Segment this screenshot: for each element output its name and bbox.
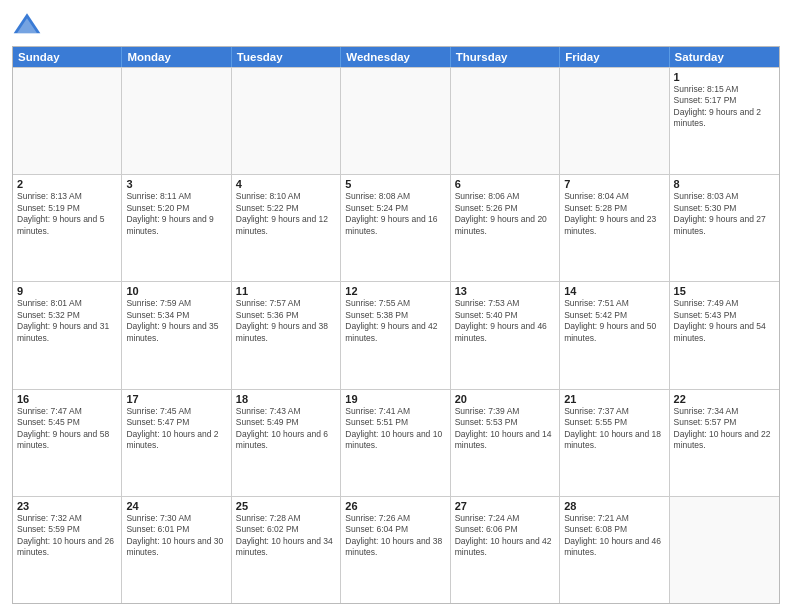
calendar-cell xyxy=(670,497,779,603)
day-number: 18 xyxy=(236,393,336,405)
calendar-cell: 19Sunrise: 7:41 AM Sunset: 5:51 PM Dayli… xyxy=(341,390,450,496)
day-number: 12 xyxy=(345,285,445,297)
day-number: 16 xyxy=(17,393,117,405)
calendar-cell: 27Sunrise: 7:24 AM Sunset: 6:06 PM Dayli… xyxy=(451,497,560,603)
calendar-cell xyxy=(451,68,560,174)
calendar: SundayMondayTuesdayWednesdayThursdayFrid… xyxy=(12,46,780,604)
calendar-cell xyxy=(341,68,450,174)
calendar-cell xyxy=(560,68,669,174)
calendar-cell: 7Sunrise: 8:04 AM Sunset: 5:28 PM Daylig… xyxy=(560,175,669,281)
day-number: 2 xyxy=(17,178,117,190)
calendar-cell: 15Sunrise: 7:49 AM Sunset: 5:43 PM Dayli… xyxy=(670,282,779,388)
day-info: Sunrise: 7:47 AM Sunset: 5:45 PM Dayligh… xyxy=(17,406,117,452)
day-info: Sunrise: 8:04 AM Sunset: 5:28 PM Dayligh… xyxy=(564,191,664,237)
calendar-cell: 9Sunrise: 8:01 AM Sunset: 5:32 PM Daylig… xyxy=(13,282,122,388)
calendar-cell: 23Sunrise: 7:32 AM Sunset: 5:59 PM Dayli… xyxy=(13,497,122,603)
day-info: Sunrise: 7:39 AM Sunset: 5:53 PM Dayligh… xyxy=(455,406,555,452)
day-number: 9 xyxy=(17,285,117,297)
calendar-cell: 6Sunrise: 8:06 AM Sunset: 5:26 PM Daylig… xyxy=(451,175,560,281)
day-info: Sunrise: 7:28 AM Sunset: 6:02 PM Dayligh… xyxy=(236,513,336,559)
day-info: Sunrise: 7:30 AM Sunset: 6:01 PM Dayligh… xyxy=(126,513,226,559)
calendar-row-1: 1Sunrise: 8:15 AM Sunset: 5:17 PM Daylig… xyxy=(13,67,779,174)
header xyxy=(12,10,780,40)
calendar-cell: 14Sunrise: 7:51 AM Sunset: 5:42 PM Dayli… xyxy=(560,282,669,388)
calendar-row-3: 9Sunrise: 8:01 AM Sunset: 5:32 PM Daylig… xyxy=(13,281,779,388)
day-number: 15 xyxy=(674,285,775,297)
calendar-cell: 24Sunrise: 7:30 AM Sunset: 6:01 PM Dayli… xyxy=(122,497,231,603)
calendar-row-5: 23Sunrise: 7:32 AM Sunset: 5:59 PM Dayli… xyxy=(13,496,779,603)
calendar-cell: 8Sunrise: 8:03 AM Sunset: 5:30 PM Daylig… xyxy=(670,175,779,281)
logo-icon xyxy=(12,10,42,40)
calendar-cell: 16Sunrise: 7:47 AM Sunset: 5:45 PM Dayli… xyxy=(13,390,122,496)
calendar-cell: 4Sunrise: 8:10 AM Sunset: 5:22 PM Daylig… xyxy=(232,175,341,281)
calendar-cell: 22Sunrise: 7:34 AM Sunset: 5:57 PM Dayli… xyxy=(670,390,779,496)
day-info: Sunrise: 7:49 AM Sunset: 5:43 PM Dayligh… xyxy=(674,298,775,344)
calendar-cell: 11Sunrise: 7:57 AM Sunset: 5:36 PM Dayli… xyxy=(232,282,341,388)
day-info: Sunrise: 8:15 AM Sunset: 5:17 PM Dayligh… xyxy=(674,84,775,130)
day-number: 17 xyxy=(126,393,226,405)
logo xyxy=(12,10,46,40)
day-number: 25 xyxy=(236,500,336,512)
calendar-cell: 25Sunrise: 7:28 AM Sunset: 6:02 PM Dayli… xyxy=(232,497,341,603)
day-info: Sunrise: 7:21 AM Sunset: 6:08 PM Dayligh… xyxy=(564,513,664,559)
day-number: 8 xyxy=(674,178,775,190)
day-info: Sunrise: 7:37 AM Sunset: 5:55 PM Dayligh… xyxy=(564,406,664,452)
day-number: 4 xyxy=(236,178,336,190)
day-info: Sunrise: 7:24 AM Sunset: 6:06 PM Dayligh… xyxy=(455,513,555,559)
header-day-sunday: Sunday xyxy=(13,47,122,67)
calendar-cell: 28Sunrise: 7:21 AM Sunset: 6:08 PM Dayli… xyxy=(560,497,669,603)
calendar-cell: 1Sunrise: 8:15 AM Sunset: 5:17 PM Daylig… xyxy=(670,68,779,174)
day-info: Sunrise: 7:43 AM Sunset: 5:49 PM Dayligh… xyxy=(236,406,336,452)
calendar-cell: 20Sunrise: 7:39 AM Sunset: 5:53 PM Dayli… xyxy=(451,390,560,496)
day-number: 20 xyxy=(455,393,555,405)
calendar-cell: 26Sunrise: 7:26 AM Sunset: 6:04 PM Dayli… xyxy=(341,497,450,603)
day-info: Sunrise: 7:26 AM Sunset: 6:04 PM Dayligh… xyxy=(345,513,445,559)
day-number: 14 xyxy=(564,285,664,297)
day-number: 11 xyxy=(236,285,336,297)
day-info: Sunrise: 7:51 AM Sunset: 5:42 PM Dayligh… xyxy=(564,298,664,344)
calendar-row-4: 16Sunrise: 7:47 AM Sunset: 5:45 PM Dayli… xyxy=(13,389,779,496)
calendar-cell xyxy=(13,68,122,174)
header-day-wednesday: Wednesday xyxy=(341,47,450,67)
day-number: 6 xyxy=(455,178,555,190)
day-number: 1 xyxy=(674,71,775,83)
day-number: 24 xyxy=(126,500,226,512)
header-day-saturday: Saturday xyxy=(670,47,779,67)
day-info: Sunrise: 8:10 AM Sunset: 5:22 PM Dayligh… xyxy=(236,191,336,237)
day-info: Sunrise: 8:11 AM Sunset: 5:20 PM Dayligh… xyxy=(126,191,226,237)
header-day-thursday: Thursday xyxy=(451,47,560,67)
day-info: Sunrise: 8:01 AM Sunset: 5:32 PM Dayligh… xyxy=(17,298,117,344)
day-number: 19 xyxy=(345,393,445,405)
day-number: 21 xyxy=(564,393,664,405)
day-info: Sunrise: 7:32 AM Sunset: 5:59 PM Dayligh… xyxy=(17,513,117,559)
day-number: 28 xyxy=(564,500,664,512)
day-info: Sunrise: 7:59 AM Sunset: 5:34 PM Dayligh… xyxy=(126,298,226,344)
day-info: Sunrise: 8:08 AM Sunset: 5:24 PM Dayligh… xyxy=(345,191,445,237)
day-number: 7 xyxy=(564,178,664,190)
calendar-cell: 13Sunrise: 7:53 AM Sunset: 5:40 PM Dayli… xyxy=(451,282,560,388)
day-info: Sunrise: 7:55 AM Sunset: 5:38 PM Dayligh… xyxy=(345,298,445,344)
day-info: Sunrise: 7:53 AM Sunset: 5:40 PM Dayligh… xyxy=(455,298,555,344)
calendar-cell: 5Sunrise: 8:08 AM Sunset: 5:24 PM Daylig… xyxy=(341,175,450,281)
calendar-cell xyxy=(122,68,231,174)
day-info: Sunrise: 7:34 AM Sunset: 5:57 PM Dayligh… xyxy=(674,406,775,452)
day-number: 13 xyxy=(455,285,555,297)
header-day-monday: Monday xyxy=(122,47,231,67)
day-info: Sunrise: 8:03 AM Sunset: 5:30 PM Dayligh… xyxy=(674,191,775,237)
header-day-friday: Friday xyxy=(560,47,669,67)
day-info: Sunrise: 7:45 AM Sunset: 5:47 PM Dayligh… xyxy=(126,406,226,452)
day-number: 3 xyxy=(126,178,226,190)
calendar-body: 1Sunrise: 8:15 AM Sunset: 5:17 PM Daylig… xyxy=(13,67,779,603)
day-number: 26 xyxy=(345,500,445,512)
calendar-cell: 2Sunrise: 8:13 AM Sunset: 5:19 PM Daylig… xyxy=(13,175,122,281)
header-day-tuesday: Tuesday xyxy=(232,47,341,67)
day-info: Sunrise: 7:41 AM Sunset: 5:51 PM Dayligh… xyxy=(345,406,445,452)
day-info: Sunrise: 8:06 AM Sunset: 5:26 PM Dayligh… xyxy=(455,191,555,237)
calendar-cell: 18Sunrise: 7:43 AM Sunset: 5:49 PM Dayli… xyxy=(232,390,341,496)
day-number: 27 xyxy=(455,500,555,512)
page: SundayMondayTuesdayWednesdayThursdayFrid… xyxy=(0,0,792,612)
calendar-cell: 12Sunrise: 7:55 AM Sunset: 5:38 PM Dayli… xyxy=(341,282,450,388)
day-number: 23 xyxy=(17,500,117,512)
calendar-cell: 17Sunrise: 7:45 AM Sunset: 5:47 PM Dayli… xyxy=(122,390,231,496)
day-info: Sunrise: 7:57 AM Sunset: 5:36 PM Dayligh… xyxy=(236,298,336,344)
